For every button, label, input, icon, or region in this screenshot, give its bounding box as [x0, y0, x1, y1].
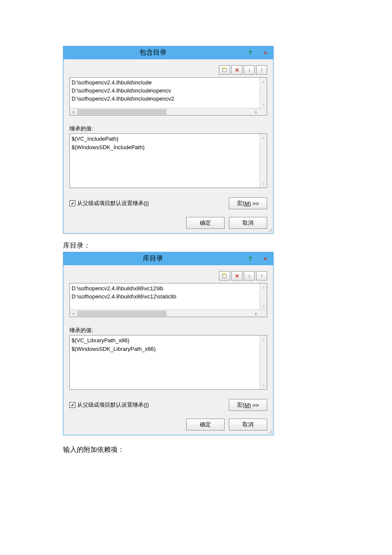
list-toolbar: ✕ ↓ ↑	[69, 65, 267, 75]
move-down-button-icon[interactable]: ↓	[244, 271, 255, 280]
titlebar-controls: ? ×	[242, 252, 273, 265]
path-listbox[interactable]: D:\soft\opencv2.4.8\build\include D:\sof…	[69, 77, 267, 116]
titlebar-controls: ? ×	[242, 46, 273, 59]
vertical-scrollbar[interactable]: ▴ ▾	[259, 134, 267, 188]
resize-grip-icon[interactable]	[267, 227, 272, 232]
titlebar: 库目录 ? ×	[63, 252, 273, 265]
scroll-up-icon[interactable]: ▴	[260, 134, 267, 141]
vertical-scrollbar[interactable]: ▴ ▾	[259, 335, 267, 389]
resize-grip-icon[interactable]	[267, 429, 272, 434]
list-item[interactable]: D:\soft\opencv2.4.8\build\include	[72, 78, 259, 87]
inherit-checkbox-label: 从父级或项目默认设置继承(I)	[77, 199, 149, 207]
list-toolbar: ✕ ↓ ↑	[69, 271, 267, 280]
dialog-title: 库目录	[63, 254, 242, 263]
vertical-scrollbar[interactable]: ▴ ▾	[259, 283, 267, 309]
inherited-list-content: $(VC_LibraryPath_x86) $(WindowsSDK_Libra…	[72, 336, 259, 353]
list-item: $(VC_IncludePath)	[72, 135, 259, 143]
list-item[interactable]: D:\soft\opencv2.4.8\build\include\opencv…	[72, 95, 259, 103]
list-item: $(VC_LibraryPath_x86)	[72, 336, 259, 345]
list-item[interactable]: D:\soft\opencv2.4.8\build\include\opencv	[72, 87, 259, 95]
scroll-down-icon[interactable]: ▾	[260, 382, 267, 389]
help-button[interactable]: ?	[242, 254, 258, 263]
inherit-checkbox-wrap[interactable]: ✓ 从父级或项目默认设置继承(I)	[69, 199, 149, 207]
inherit-checkbox[interactable]: ✓	[69, 402, 75, 408]
scroll-thumb[interactable]	[77, 109, 167, 115]
scroll-left-icon[interactable]: ‹	[70, 310, 77, 317]
dialog-button-row: 确定 取消	[69, 419, 267, 431]
scroll-up-icon[interactable]: ▴	[260, 78, 267, 85]
vertical-scrollbar[interactable]: ▴ ▾	[259, 78, 267, 108]
list-item[interactable]: D:\soft\opencv2.4.8\build\x86\vc12\lib	[72, 284, 259, 292]
include-directories-dialog: 包含目录 ? × ✕ ↓ ↑ D:\soft\opencv2.4	[63, 46, 274, 234]
inherit-checkbox-wrap[interactable]: ✓ 从父级或项目默认设置继承(I)	[69, 401, 149, 409]
close-button[interactable]: ×	[258, 254, 273, 263]
inherited-values-label: 继承的值:	[69, 327, 267, 334]
scroll-up-icon[interactable]: ▴	[260, 335, 267, 343]
scroll-right-icon[interactable]: ›	[252, 310, 259, 317]
scroll-right-icon[interactable]: ›	[252, 108, 259, 116]
options-row: ✓ 从父级或项目默认设置继承(I) 宏(M) >>	[69, 399, 267, 411]
inherited-values-listbox[interactable]: $(VC_IncludePath) $(WindowsSDK_IncludePa…	[69, 133, 267, 188]
cancel-button[interactable]: 取消	[229, 217, 267, 229]
scroll-down-icon[interactable]: ▾	[260, 302, 267, 309]
delete-item-button-icon[interactable]: ✕	[231, 65, 242, 75]
additional-dependencies-caption: 输入的附加依赖项：	[63, 445, 329, 454]
path-listbox[interactable]: D:\soft\opencv2.4.8\build\x86\vc12\lib D…	[69, 283, 267, 317]
inherited-values-label: 继承的值:	[69, 125, 267, 133]
scroll-left-icon[interactable]: ‹	[70, 108, 77, 116]
horizontal-scrollbar[interactable]: ‹ ›	[70, 309, 267, 317]
close-button[interactable]: ×	[258, 48, 273, 58]
delete-item-button-icon[interactable]: ✕	[231, 271, 242, 280]
scroll-up-icon[interactable]: ▴	[260, 283, 267, 291]
new-item-button-icon[interactable]	[219, 271, 230, 280]
path-list-content: D:\soft\opencv2.4.8\build\include D:\sof…	[72, 78, 259, 103]
path-list-content: D:\soft\opencv2.4.8\build\x86\vc12\lib D…	[72, 284, 259, 301]
options-row: ✓ 从父级或项目默认设置继承(I) 宏(M) >>	[69, 197, 267, 209]
new-item-button-icon[interactable]	[219, 65, 230, 75]
dialog-title: 包含目录	[63, 48, 242, 57]
cancel-button[interactable]: 取消	[229, 419, 267, 431]
svg-line-9	[271, 433, 272, 434]
inherit-checkbox-label: 从父级或项目默认设置继承(I)	[77, 401, 149, 409]
ok-button[interactable]: 确定	[186, 419, 225, 431]
move-down-button-icon[interactable]: ↓	[244, 65, 255, 75]
inherit-checkbox[interactable]: ✓	[69, 200, 75, 206]
move-up-button-icon[interactable]: ↑	[256, 271, 267, 280]
list-item: $(WindowsSDK_LibraryPath_x86)	[72, 345, 259, 353]
dialog-body: ✕ ↓ ↑ D:\soft\opencv2.4.8\build\x86\vc12…	[63, 265, 273, 435]
help-button[interactable]: ?	[242, 48, 258, 58]
list-item[interactable]: D:\soft\opencv2.4.8\build\x86\vc12\stati…	[72, 292, 259, 301]
library-directories-dialog: 库目录 ? × ✕ ↓ ↑ D:\soft\opencv2.4.	[63, 252, 274, 435]
titlebar: 包含目录 ? ×	[63, 46, 273, 59]
inherited-values-listbox[interactable]: $(VC_LibraryPath_x86) $(WindowsSDK_Libra…	[69, 335, 267, 390]
dialog-button-row: 确定 取消	[69, 217, 267, 229]
library-directories-caption: 库目录：	[63, 241, 329, 250]
svg-line-4	[271, 231, 272, 232]
scroll-down-icon[interactable]: ▾	[260, 101, 267, 108]
macros-button[interactable]: 宏(M) >>	[229, 197, 267, 209]
scroll-thumb[interactable]	[77, 311, 167, 316]
inherited-list-content: $(VC_IncludePath) $(WindowsSDK_IncludePa…	[72, 135, 259, 152]
macros-button[interactable]: 宏(M) >>	[229, 399, 267, 411]
move-up-button-icon[interactable]: ↑	[256, 65, 267, 75]
list-item: $(WindowsSDK_IncludePath)	[72, 143, 259, 152]
scroll-down-icon[interactable]: ▾	[260, 180, 267, 188]
horizontal-scrollbar[interactable]: ‹ ›	[70, 108, 267, 115]
dialog-body: ✕ ↓ ↑ D:\soft\opencv2.4.8\build\include …	[63, 59, 273, 233]
ok-button[interactable]: 确定	[186, 217, 225, 229]
